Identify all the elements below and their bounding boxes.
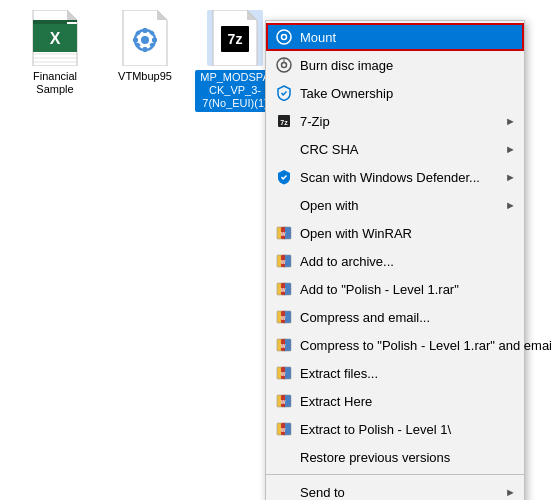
svg-text:W: W <box>281 287 286 293</box>
menu-item-restore-versions[interactable]: Restore previous versions <box>266 443 524 471</box>
restore-icon <box>274 447 294 467</box>
svg-point-25 <box>277 30 291 44</box>
menu-item-open-with[interactable]: Open with ► <box>266 191 524 219</box>
winrar-add-polish-icon: W <box>274 279 294 299</box>
menu-item-burn-disc-label: Burn disc image <box>300 58 516 73</box>
menu-item-7zip-label: 7-Zip <box>300 114 501 129</box>
excel-icon-image: X <box>27 10 83 66</box>
crc-icon <box>274 139 294 159</box>
menu-item-compress-polish-email-label: Compress to "Polish - Level 1.rar" and e… <box>300 338 551 353</box>
defender-icon <box>274 167 294 187</box>
svg-rect-13 <box>143 28 147 33</box>
desktop: X Financial Sample <box>0 0 551 500</box>
file-icon-mp-modspack[interactable]: 7z MP_MODSPACK_VP_3-7(No_EUI)(1) <box>195 10 275 112</box>
menu-item-send-to[interactable]: Send to ► <box>266 478 524 500</box>
vtm-icon-image <box>117 10 173 66</box>
svg-rect-15 <box>133 38 138 42</box>
menu-item-take-ownership[interactable]: Take Ownership <box>266 79 524 107</box>
context-menu: Mount Burn disc image Take Ownership <box>265 20 525 500</box>
file-icon-vtmbup95-label: VTMbup95 <box>118 70 172 83</box>
submenu-arrow-crc: ► <box>505 143 516 155</box>
menu-item-send-to-label: Send to <box>300 485 501 500</box>
file-icon-financial-sample-label: Financial Sample <box>15 70 95 96</box>
submenu-arrow-send-to: ► <box>505 486 516 498</box>
menu-separator-1 <box>266 474 524 475</box>
burn-disc-icon <box>274 55 294 75</box>
winrar-compress-email-icon: W <box>274 307 294 327</box>
svg-text:7z: 7z <box>280 119 288 126</box>
winrar-extract-files-icon: W <box>274 363 294 383</box>
menu-item-extract-files-label: Extract files... <box>300 366 516 381</box>
menu-item-take-ownership-label: Take Ownership <box>300 86 516 101</box>
menu-item-add-archive-label: Add to archive... <box>300 254 516 269</box>
submenu-arrow-defender: ► <box>505 171 516 183</box>
svg-rect-8 <box>33 20 77 22</box>
svg-text:W: W <box>281 343 286 349</box>
svg-text:7z: 7z <box>228 31 243 47</box>
svg-text:W: W <box>281 399 286 405</box>
svg-text:W: W <box>281 231 286 237</box>
menu-item-compress-email[interactable]: W Compress and email... <box>266 303 524 331</box>
file-icon-financial-sample[interactable]: X Financial Sample <box>15 10 95 96</box>
menu-item-mount-label: Mount <box>300 30 516 45</box>
winrar-extract-here-icon: W <box>274 391 294 411</box>
7zip-menu-icon: 7z <box>274 111 294 131</box>
submenu-arrow-7zip: ► <box>505 115 516 127</box>
svg-text:X: X <box>50 30 61 47</box>
menu-item-open-winrar[interactable]: W Open with WinRAR <box>266 219 524 247</box>
menu-item-mount[interactable]: Mount <box>266 23 524 51</box>
disc-icon <box>274 27 294 47</box>
menu-item-extract-here-label: Extract Here <box>300 394 516 409</box>
winrar-open-icon: W <box>274 223 294 243</box>
svg-text:W: W <box>281 315 286 321</box>
svg-rect-14 <box>143 47 147 52</box>
open-with-icon <box>274 195 294 215</box>
svg-point-28 <box>282 63 287 68</box>
svg-marker-22 <box>247 10 257 20</box>
send-to-icon <box>274 482 294 500</box>
file-icon-vtmbup95[interactable]: VTMbup95 <box>105 10 185 83</box>
menu-item-add-polish-rar-label: Add to "Polish - Level 1.rar" <box>300 282 516 297</box>
winrar-add-icon: W <box>274 251 294 271</box>
menu-item-scan-defender[interactable]: Scan with Windows Defender... ► <box>266 163 524 191</box>
menu-item-add-polish-rar[interactable]: W Add to "Polish - Level 1.rar" <box>266 275 524 303</box>
shield-icon <box>274 83 294 103</box>
menu-item-extract-files[interactable]: W Extract files... <box>266 359 524 387</box>
svg-text:W: W <box>281 427 286 433</box>
winrar-compress-polish-icon: W <box>274 335 294 355</box>
menu-item-extract-polish[interactable]: W Extract to Polish - Level 1\ <box>266 415 524 443</box>
menu-item-open-winrar-label: Open with WinRAR <box>300 226 516 241</box>
file-icon-mp-modspack-label: MP_MODSPACK_VP_3-7(No_EUI)(1) <box>195 70 275 112</box>
svg-marker-1 <box>67 10 77 20</box>
menu-item-add-archive[interactable]: W Add to archive... <box>266 247 524 275</box>
submenu-arrow-open-with: ► <box>505 199 516 211</box>
menu-item-crc-sha[interactable]: CRC SHA ► <box>266 135 524 163</box>
menu-item-compress-email-label: Compress and email... <box>300 310 516 325</box>
winrar-extract-polish-icon: W <box>274 419 294 439</box>
menu-item-open-with-label: Open with <box>300 198 501 213</box>
svg-marker-10 <box>157 10 167 20</box>
menu-item-scan-defender-label: Scan with Windows Defender... <box>300 170 501 185</box>
menu-item-restore-versions-label: Restore previous versions <box>300 450 516 465</box>
menu-item-burn-disc[interactable]: Burn disc image <box>266 51 524 79</box>
svg-point-26 <box>282 35 287 40</box>
svg-point-12 <box>141 36 149 44</box>
svg-text:W: W <box>281 259 286 265</box>
7z-icon-image: 7z <box>207 10 263 66</box>
svg-text:W: W <box>281 371 286 377</box>
svg-rect-16 <box>152 38 157 42</box>
menu-item-extract-polish-label: Extract to Polish - Level 1\ <box>300 422 516 437</box>
menu-item-crc-sha-label: CRC SHA <box>300 142 501 157</box>
menu-item-7zip[interactable]: 7z 7-Zip ► <box>266 107 524 135</box>
menu-item-compress-polish-email[interactable]: W Compress to "Polish - Level 1.rar" and… <box>266 331 524 359</box>
menu-item-extract-here[interactable]: W Extract Here <box>266 387 524 415</box>
